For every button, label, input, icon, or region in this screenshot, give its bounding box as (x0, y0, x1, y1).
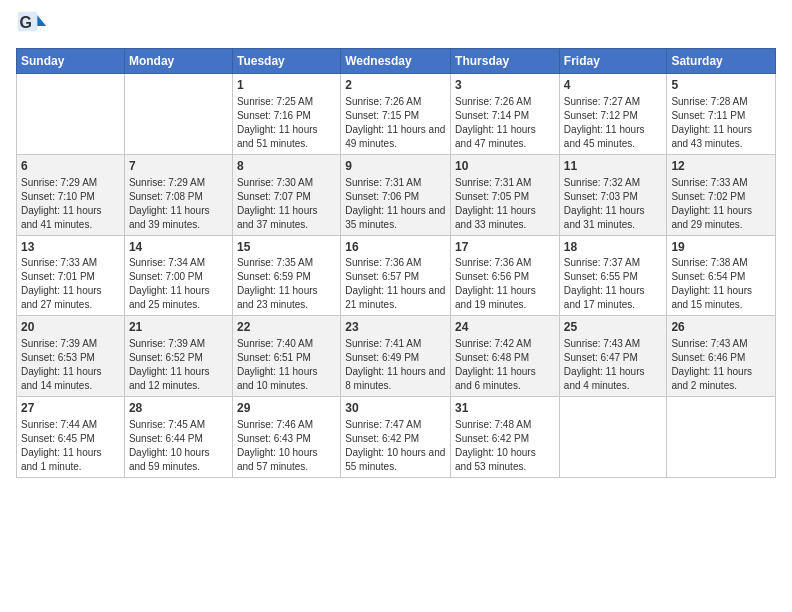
day-info: Sunrise: 7:32 AM Sunset: 7:03 PM Dayligh… (564, 176, 663, 232)
calendar-cell: 8Sunrise: 7:30 AM Sunset: 7:07 PM Daylig… (232, 154, 340, 235)
calendar-cell: 22Sunrise: 7:40 AM Sunset: 6:51 PM Dayli… (232, 316, 340, 397)
logo-icon: G (16, 10, 48, 42)
day-info: Sunrise: 7:33 AM Sunset: 7:01 PM Dayligh… (21, 256, 120, 312)
calendar-cell: 24Sunrise: 7:42 AM Sunset: 6:48 PM Dayli… (451, 316, 560, 397)
day-info: Sunrise: 7:26 AM Sunset: 7:14 PM Dayligh… (455, 95, 555, 151)
day-number: 8 (237, 158, 336, 175)
calendar-cell: 12Sunrise: 7:33 AM Sunset: 7:02 PM Dayli… (667, 154, 776, 235)
day-number: 28 (129, 400, 228, 417)
day-info: Sunrise: 7:39 AM Sunset: 6:52 PM Dayligh… (129, 337, 228, 393)
col-header-thursday: Thursday (451, 49, 560, 74)
calendar-cell (667, 397, 776, 478)
col-header-sunday: Sunday (17, 49, 125, 74)
day-info: Sunrise: 7:36 AM Sunset: 6:57 PM Dayligh… (345, 256, 446, 312)
calendar-cell (559, 397, 667, 478)
day-number: 14 (129, 239, 228, 256)
day-info: Sunrise: 7:43 AM Sunset: 6:46 PM Dayligh… (671, 337, 771, 393)
calendar-week-row: 13Sunrise: 7:33 AM Sunset: 7:01 PM Dayli… (17, 235, 776, 316)
day-number: 31 (455, 400, 555, 417)
day-info: Sunrise: 7:47 AM Sunset: 6:42 PM Dayligh… (345, 418, 446, 474)
col-header-monday: Monday (124, 49, 232, 74)
calendar-cell: 23Sunrise: 7:41 AM Sunset: 6:49 PM Dayli… (341, 316, 451, 397)
day-info: Sunrise: 7:38 AM Sunset: 6:54 PM Dayligh… (671, 256, 771, 312)
day-info: Sunrise: 7:29 AM Sunset: 7:10 PM Dayligh… (21, 176, 120, 232)
calendar-cell: 6Sunrise: 7:29 AM Sunset: 7:10 PM Daylig… (17, 154, 125, 235)
calendar-cell: 2Sunrise: 7:26 AM Sunset: 7:15 PM Daylig… (341, 74, 451, 155)
col-header-wednesday: Wednesday (341, 49, 451, 74)
day-number: 3 (455, 77, 555, 94)
day-info: Sunrise: 7:40 AM Sunset: 6:51 PM Dayligh… (237, 337, 336, 393)
calendar-week-row: 20Sunrise: 7:39 AM Sunset: 6:53 PM Dayli… (17, 316, 776, 397)
col-header-saturday: Saturday (667, 49, 776, 74)
calendar-cell: 5Sunrise: 7:28 AM Sunset: 7:11 PM Daylig… (667, 74, 776, 155)
calendar-cell: 26Sunrise: 7:43 AM Sunset: 6:46 PM Dayli… (667, 316, 776, 397)
calendar-cell (124, 74, 232, 155)
calendar-week-row: 27Sunrise: 7:44 AM Sunset: 6:45 PM Dayli… (17, 397, 776, 478)
svg-marker-2 (37, 15, 46, 26)
calendar-week-row: 6Sunrise: 7:29 AM Sunset: 7:10 PM Daylig… (17, 154, 776, 235)
day-info: Sunrise: 7:46 AM Sunset: 6:43 PM Dayligh… (237, 418, 336, 474)
day-number: 29 (237, 400, 336, 417)
col-header-tuesday: Tuesday (232, 49, 340, 74)
day-number: 2 (345, 77, 446, 94)
calendar-week-row: 1Sunrise: 7:25 AM Sunset: 7:16 PM Daylig… (17, 74, 776, 155)
calendar-cell: 21Sunrise: 7:39 AM Sunset: 6:52 PM Dayli… (124, 316, 232, 397)
svg-text:G: G (20, 14, 32, 31)
day-number: 4 (564, 77, 663, 94)
calendar-cell: 31Sunrise: 7:48 AM Sunset: 6:42 PM Dayli… (451, 397, 560, 478)
calendar-cell: 4Sunrise: 7:27 AM Sunset: 7:12 PM Daylig… (559, 74, 667, 155)
day-info: Sunrise: 7:41 AM Sunset: 6:49 PM Dayligh… (345, 337, 446, 393)
day-number: 11 (564, 158, 663, 175)
calendar-cell: 13Sunrise: 7:33 AM Sunset: 7:01 PM Dayli… (17, 235, 125, 316)
day-number: 30 (345, 400, 446, 417)
calendar-cell: 25Sunrise: 7:43 AM Sunset: 6:47 PM Dayli… (559, 316, 667, 397)
day-number: 18 (564, 239, 663, 256)
day-info: Sunrise: 7:28 AM Sunset: 7:11 PM Dayligh… (671, 95, 771, 151)
day-number: 19 (671, 239, 771, 256)
day-number: 25 (564, 319, 663, 336)
calendar-cell: 19Sunrise: 7:38 AM Sunset: 6:54 PM Dayli… (667, 235, 776, 316)
day-info: Sunrise: 7:31 AM Sunset: 7:05 PM Dayligh… (455, 176, 555, 232)
calendar-cell: 1Sunrise: 7:25 AM Sunset: 7:16 PM Daylig… (232, 74, 340, 155)
day-info: Sunrise: 7:42 AM Sunset: 6:48 PM Dayligh… (455, 337, 555, 393)
calendar-cell: 30Sunrise: 7:47 AM Sunset: 6:42 PM Dayli… (341, 397, 451, 478)
day-number: 21 (129, 319, 228, 336)
calendar-cell: 3Sunrise: 7:26 AM Sunset: 7:14 PM Daylig… (451, 74, 560, 155)
day-info: Sunrise: 7:43 AM Sunset: 6:47 PM Dayligh… (564, 337, 663, 393)
day-info: Sunrise: 7:30 AM Sunset: 7:07 PM Dayligh… (237, 176, 336, 232)
calendar-header-row: SundayMondayTuesdayWednesdayThursdayFrid… (17, 49, 776, 74)
day-number: 10 (455, 158, 555, 175)
calendar-cell: 14Sunrise: 7:34 AM Sunset: 7:00 PM Dayli… (124, 235, 232, 316)
calendar-cell: 10Sunrise: 7:31 AM Sunset: 7:05 PM Dayli… (451, 154, 560, 235)
day-info: Sunrise: 7:37 AM Sunset: 6:55 PM Dayligh… (564, 256, 663, 312)
calendar-cell: 17Sunrise: 7:36 AM Sunset: 6:56 PM Dayli… (451, 235, 560, 316)
calendar-cell: 29Sunrise: 7:46 AM Sunset: 6:43 PM Dayli… (232, 397, 340, 478)
day-info: Sunrise: 7:31 AM Sunset: 7:06 PM Dayligh… (345, 176, 446, 232)
day-info: Sunrise: 7:33 AM Sunset: 7:02 PM Dayligh… (671, 176, 771, 232)
calendar-cell: 15Sunrise: 7:35 AM Sunset: 6:59 PM Dayli… (232, 235, 340, 316)
day-number: 7 (129, 158, 228, 175)
calendar-cell: 27Sunrise: 7:44 AM Sunset: 6:45 PM Dayli… (17, 397, 125, 478)
day-number: 9 (345, 158, 446, 175)
day-info: Sunrise: 7:25 AM Sunset: 7:16 PM Dayligh… (237, 95, 336, 151)
calendar-cell: 7Sunrise: 7:29 AM Sunset: 7:08 PM Daylig… (124, 154, 232, 235)
day-number: 22 (237, 319, 336, 336)
calendar: SundayMondayTuesdayWednesdayThursdayFrid… (16, 48, 776, 478)
day-info: Sunrise: 7:34 AM Sunset: 7:00 PM Dayligh… (129, 256, 228, 312)
day-info: Sunrise: 7:48 AM Sunset: 6:42 PM Dayligh… (455, 418, 555, 474)
day-info: Sunrise: 7:44 AM Sunset: 6:45 PM Dayligh… (21, 418, 120, 474)
calendar-cell: 16Sunrise: 7:36 AM Sunset: 6:57 PM Dayli… (341, 235, 451, 316)
day-info: Sunrise: 7:26 AM Sunset: 7:15 PM Dayligh… (345, 95, 446, 151)
day-info: Sunrise: 7:45 AM Sunset: 6:44 PM Dayligh… (129, 418, 228, 474)
day-number: 27 (21, 400, 120, 417)
day-number: 24 (455, 319, 555, 336)
day-number: 1 (237, 77, 336, 94)
col-header-friday: Friday (559, 49, 667, 74)
day-info: Sunrise: 7:36 AM Sunset: 6:56 PM Dayligh… (455, 256, 555, 312)
day-number: 20 (21, 319, 120, 336)
day-info: Sunrise: 7:35 AM Sunset: 6:59 PM Dayligh… (237, 256, 336, 312)
day-number: 13 (21, 239, 120, 256)
day-number: 26 (671, 319, 771, 336)
day-number: 23 (345, 319, 446, 336)
day-number: 16 (345, 239, 446, 256)
